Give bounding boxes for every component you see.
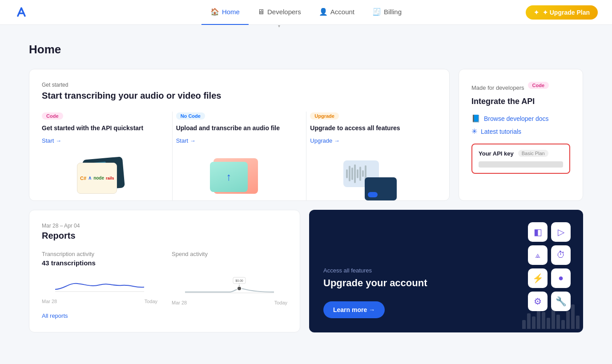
- reports-row: Transcription activity 43 transcriptions…: [42, 251, 287, 305]
- upgrade-card: ◧ ▷ ⟁ ⏱ ⚡ ● ⚙ 🔧 Access all features Upgr…: [309, 210, 583, 332]
- divider-1: [172, 112, 173, 200]
- book-icon: 📘: [471, 114, 480, 123]
- option-upgrade: Upgrade Upgrade to access all features U…: [310, 112, 437, 200]
- spend-col: Spend activity $0.00 Mar 28: [172, 251, 287, 305]
- reports-date: Mar 28 – Apr 04: [42, 223, 287, 229]
- chevron-down-icon: ▾: [278, 24, 280, 28]
- spend-chart: $0.00: [172, 275, 287, 297]
- learn-more-button[interactable]: Learn more →: [323, 301, 385, 318]
- upload-illustration: ↑: [176, 152, 296, 200]
- nocode-option-title: Upload and transcribe an audio file: [176, 124, 296, 133]
- all-reports-link[interactable]: All reports: [42, 312, 68, 319]
- nav-developers[interactable]: 🖥 Developers ▾: [249, 0, 310, 25]
- upgrade-option-title: Upgrade to access all features: [310, 124, 430, 133]
- code-illustration: C# ∧ node rails: [42, 152, 161, 200]
- get-started-card: Get started Start transcribing your audi…: [29, 69, 450, 201]
- billing-icon: 🧾: [372, 8, 381, 16]
- api-option-title: Get started with the API quickstart: [42, 124, 161, 133]
- divider-2: [306, 112, 306, 200]
- options-row: Code Get started with the API quickstart…: [42, 112, 437, 200]
- api-key-label-row: Your API key Basic Plan: [479, 150, 563, 157]
- asterisk-icon: ✳: [471, 127, 477, 136]
- api-eyebrow: Made for developers Code: [471, 82, 570, 93]
- nav-account[interactable]: 👤 Account: [310, 0, 363, 25]
- spend-value: [172, 259, 287, 268]
- navbar: 🏠 Home 🖥 Developers ▾ 👤 Account 🧾 Billin…: [0, 0, 612, 25]
- api-key-label-text: Your API key: [479, 150, 514, 157]
- get-started-title: Start transcribing your audio or video f…: [42, 91, 437, 101]
- nav-right: ✦ ✦ Upgrade Plan: [526, 5, 598, 20]
- ui-icon-2: ▷: [551, 222, 571, 242]
- svg-text:$0.00: $0.00: [235, 279, 243, 282]
- nocode-badge: No Code: [176, 112, 205, 120]
- sparkle-icon: ✦: [534, 9, 539, 16]
- spend-x-labels: Mar 28 Today: [172, 300, 287, 305]
- api-start-link[interactable]: Start →: [42, 137, 61, 144]
- api-key-box: Your API key Basic Plan: [471, 144, 570, 174]
- upgrade-plan-button[interactable]: ✦ ✦ Upgrade Plan: [526, 5, 598, 20]
- main-content: Home Get started Start transcribing your…: [15, 25, 597, 350]
- tutorials-link[interactable]: ✳ Latest tutorials: [471, 127, 570, 136]
- code-stack-graphic: C# ∧ node rails: [75, 158, 128, 200]
- upgrade-option-link[interactable]: Upgrade →: [310, 137, 339, 144]
- option-nocode: No Code Upload and transcribe an audio f…: [176, 112, 303, 200]
- transcription-col: Transcription activity 43 transcriptions…: [42, 251, 157, 305]
- plan-badge: Basic Plan: [518, 150, 548, 157]
- developers-icon: 🖥: [258, 8, 265, 16]
- api-key-value[interactable]: [479, 161, 563, 168]
- waveform-illustration: [310, 152, 430, 200]
- home-icon: 🏠: [210, 8, 219, 16]
- transcription-chart: [42, 274, 157, 296]
- logo[interactable]: [14, 5, 28, 20]
- nav-home[interactable]: 🏠 Home: [201, 0, 249, 25]
- account-icon: 👤: [319, 8, 328, 16]
- bottom-row: Mar 28 – Apr 04 Reports Transcription ac…: [29, 210, 583, 332]
- api-code-badge: Code: [528, 82, 549, 89]
- browse-docs-link[interactable]: 📘 Browse developer docs: [471, 114, 570, 123]
- option-api: Code Get started with the API quickstart…: [42, 112, 169, 200]
- transcription-label: Transcription activity: [42, 251, 157, 257]
- get-started-eyebrow: Get started: [42, 82, 437, 88]
- api-title: Integrate the API: [471, 97, 570, 106]
- ui-icon-1: ◧: [528, 222, 548, 242]
- transcription-value: 43 transcriptions: [42, 259, 157, 267]
- api-card: Made for developers Code Integrate the A…: [459, 69, 583, 201]
- upgrade-badge: Upgrade: [310, 112, 339, 120]
- nocode-start-link[interactable]: Start →: [176, 137, 196, 144]
- upgrade-eyebrow: Access all features: [323, 267, 569, 274]
- nav-links: 🏠 Home 🖥 Developers ▾ 👤 Account 🧾 Billin…: [201, 0, 411, 25]
- reports-title: Reports: [42, 231, 287, 241]
- ui-icon-3: ⟁: [528, 245, 548, 265]
- upgrade-title: Upgrade your account: [323, 277, 569, 289]
- reports-card: Mar 28 – Apr 04 Reports Transcription ac…: [29, 210, 300, 332]
- ui-icon-4: ⏱: [551, 245, 571, 265]
- page-title: Home: [29, 43, 583, 56]
- transcription-x-labels: Mar 28 Today: [42, 299, 157, 304]
- spend-label: Spend activity: [172, 251, 287, 257]
- nav-billing[interactable]: 🧾 Billing: [363, 0, 411, 25]
- top-row: Get started Start transcribing your audi…: [29, 69, 583, 201]
- code-badge: Code: [42, 112, 63, 120]
